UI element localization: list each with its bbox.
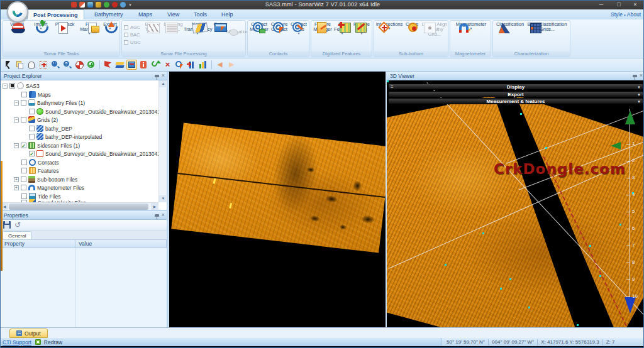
pin-icon[interactable] — [155, 75, 159, 77]
capture-contact-button[interactable]: Capture Contact — [269, 22, 289, 32]
contact-manager-button[interactable]: Contact Manager — [249, 22, 269, 32]
feature-tools-button[interactable]: Feature Tools▼ — [352, 22, 372, 35]
ugc-checkbox[interactable]: UGC — [124, 38, 141, 46]
property-column-header[interactable]: Property — [1, 239, 75, 248]
scroll-down-icon[interactable]: ▼ — [159, 195, 167, 202]
ugc-checkbox-box[interactable] — [124, 40, 128, 45]
project-explorer-header[interactable]: Project Explorer — [1, 72, 167, 80]
scroll-thumb[interactable] — [9, 204, 148, 210]
view-forward-icon[interactable]: ▶ — [226, 60, 237, 70]
bac-checkbox[interactable]: BAC — [124, 31, 141, 38]
tree-checkbox[interactable] — [21, 177, 26, 182]
tab-tools[interactable]: Tools — [188, 9, 213, 19]
undo-icon[interactable]: ↺ — [14, 221, 21, 229]
sonar-map-view[interactable] — [169, 72, 386, 327]
tree-checkbox[interactable] — [21, 160, 27, 165]
menu-icon[interactable]: ≡ — [391, 84, 394, 90]
tab-bathymetry[interactable]: Bathymetry — [89, 9, 129, 19]
style-about-menu[interactable]: Style ▾ About — [611, 9, 641, 20]
nadir-view-icon[interactable] — [126, 60, 137, 70]
measure-flag-icon[interactable] — [103, 60, 113, 70]
chevron-down-icon[interactable]: ▼ — [637, 85, 641, 90]
properties-grid-body[interactable] — [1, 248, 167, 327]
display-section-bar[interactable]: ≡ Display ▼ — [388, 84, 643, 90]
tree-item-bathymetry-files[interactable]: − Bathymetry Files (1) — [1, 99, 158, 107]
file-manager-button[interactable]: File Manager▼ — [77, 22, 101, 35]
info-icon[interactable] — [138, 60, 149, 70]
tab-general[interactable]: General — [3, 231, 31, 239]
magnetometer-button[interactable]: Magnetometer▼ — [454, 22, 488, 30]
tree-item-sas3[interactable]: − SAS3 — [1, 82, 158, 90]
maximize-button[interactable]: □ — [611, 1, 627, 9]
tree-checkbox[interactable] — [21, 185, 26, 190]
style-menu[interactable]: Style — [611, 11, 623, 18]
zoom-out-icon[interactable] — [62, 60, 73, 70]
pin-icon[interactable] — [633, 75, 637, 77]
tree-item-maps[interactable]: Maps — [1, 90, 158, 99]
chevron-down-icon[interactable]: ▼ — [637, 99, 641, 105]
viewer-3d-scene[interactable]: CrkDongle.com 1 2 3 4 5 6 7 8 9 10 ≡ Dis… — [387, 80, 644, 327]
copy-icon[interactable] — [14, 60, 25, 70]
tree-checkbox-checked[interactable]: ✓ — [21, 143, 26, 148]
output-tab[interactable]: Output — [9, 329, 48, 338]
tree-checkbox[interactable] — [21, 92, 27, 97]
view-back-icon[interactable]: ◀ — [214, 60, 225, 70]
tab-post-processing[interactable]: Post Processing — [27, 9, 84, 19]
tree-item-sub-bottom-files[interactable]: + Sub-bottom Files — [1, 175, 158, 183]
cti-support-link[interactable]: CTI Support — [3, 339, 31, 345]
layers-icon[interactable] — [114, 60, 125, 70]
tree-item-magnetometer-files[interactable]: + Magnetometer Files — [1, 183, 158, 192]
tree-item-sidescan-files[interactable]: − ✓ Sidescan Files (1) — [1, 141, 158, 150]
feature-manager-button[interactable]: Feature Manager — [313, 22, 333, 32]
select-tool-icon[interactable] — [3, 60, 13, 70]
add-columns-icon[interactable] — [186, 60, 197, 70]
delete-icon[interactable]: × — [162, 60, 173, 70]
tree-item-contacts[interactable]: Contacts — [1, 158, 158, 166]
expand-icon[interactable]: + — [14, 177, 19, 182]
tree-checkbox[interactable] — [21, 168, 27, 173]
tree-item-grids[interactable]: − Grids (2) — [1, 116, 158, 124]
tree-checkbox[interactable] — [21, 117, 26, 122]
properties-header[interactable]: Properties — [1, 211, 167, 220]
measurement-section-bar[interactable]: Measurement & features ▼ — [388, 98, 643, 104]
zoom-in-icon[interactable] — [50, 60, 61, 70]
tab-view[interactable]: View — [162, 9, 185, 19]
sidescan-mosaic[interactable] — [171, 122, 386, 253]
save-icon[interactable] — [3, 221, 11, 229]
pan-icon[interactable] — [26, 60, 37, 70]
order-button[interactable]: Order▼ — [211, 22, 228, 30]
export-button[interactable]: Export▼ — [100, 22, 120, 30]
sonarwiz-logo[interactable] — [7, 1, 28, 23]
import-button[interactable]: Import▼ — [30, 22, 52, 30]
tree-item-bathy-dep-interpolated[interactable]: bathy_DEP-interpolated — [1, 133, 158, 141]
close-panel-icon[interactable]: × — [640, 73, 643, 79]
bac-checkbox-box[interactable] — [124, 33, 128, 37]
minimize-button[interactable]: ─ — [593, 1, 609, 9]
collapse-icon[interactable]: − — [14, 101, 19, 106]
add-feature-button[interactable]: Add Feature▼ — [333, 22, 352, 35]
collapse-icon[interactable]: − — [3, 84, 8, 89]
about-menu[interactable]: About — [627, 11, 641, 18]
export-section-bar[interactable]: Export ▼ — [388, 91, 643, 97]
agc-checkbox-box[interactable] — [124, 25, 128, 30]
close-button[interactable]: × — [627, 1, 643, 9]
tab-maps[interactable]: Maps — [133, 9, 158, 19]
intersections-button[interactable]: Intersections▼ — [375, 22, 403, 30]
collapse-icon[interactable]: − — [14, 117, 19, 122]
tree-horizontal-scrollbar[interactable]: ◀ ▶ — [1, 202, 158, 210]
capture-contact-tool-icon[interactable] — [174, 60, 185, 70]
nadir-transparency-button[interactable]: Nadir Transparency▼ — [184, 22, 211, 35]
tree-checkbox[interactable] — [29, 126, 35, 131]
tree-vertical-scrollbar[interactable]: ▲ ▼ — [158, 80, 167, 202]
zoom-window-icon[interactable] — [38, 60, 49, 70]
tree-checkbox[interactable] — [29, 134, 35, 139]
contact-tools-button[interactable]: Contact Tools▼ — [289, 22, 308, 35]
pin-icon[interactable] — [155, 214, 159, 217]
tree-checkbox[interactable] — [21, 100, 26, 106]
tab-help[interactable]: Help — [216, 9, 239, 19]
viewer-3d-header[interactable]: 3D Viewer — [387, 72, 644, 80]
close-panel-icon[interactable]: × — [162, 212, 165, 218]
value-column-header[interactable]: Value — [75, 239, 167, 248]
playback-button[interactable]: Playback — [52, 22, 77, 27]
refresh-icon[interactable] — [150, 60, 161, 70]
